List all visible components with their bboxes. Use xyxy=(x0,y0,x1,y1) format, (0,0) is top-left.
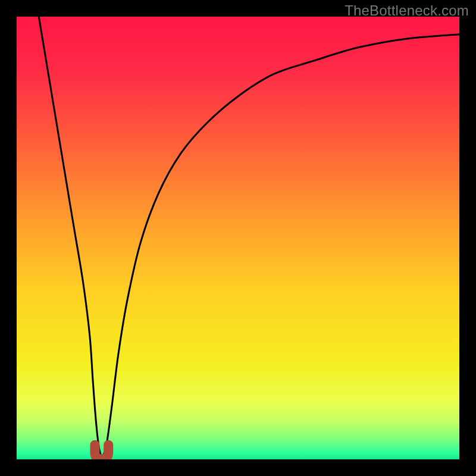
gradient-background xyxy=(17,17,459,459)
chart-frame: TheBottleneck.com xyxy=(0,0,476,476)
source-attribution: TheBottleneck.com xyxy=(345,2,469,19)
chart-svg xyxy=(17,17,459,459)
plot-area xyxy=(17,17,459,459)
